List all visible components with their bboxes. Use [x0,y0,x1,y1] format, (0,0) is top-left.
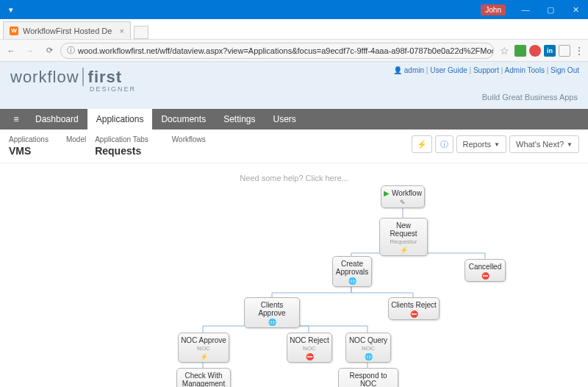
link-user-guide[interactable]: User Guide [430,66,467,74]
window-close-button[interactable]: ✕ [563,0,588,19]
tool-lightning-button[interactable]: ⚡ [412,135,432,153]
extension-box-icon[interactable] [559,45,570,57]
node-check-management[interactable]: Check With Management Management 🌐 [176,368,231,387]
crumb-requests: Requests [95,145,148,157]
link-sign-out[interactable]: Sign Out [551,66,579,74]
extension-green-icon[interactable] [514,45,526,57]
nav-users[interactable]: Users [265,109,305,129]
crumb-applications: Applications [9,135,49,143]
info-icon: ⓘ [67,45,75,56]
crumb-workflows: Workflows [172,135,206,143]
stop-icon: ⛔ [390,310,437,318]
globe-icon: 🌐 [246,319,298,326]
node-noc-approve[interactable]: NOC Approve NOC ⚡ [178,333,229,363]
chevron-down-icon: ▼ [494,141,500,148]
link-support[interactable]: Support [473,66,499,74]
link-admin-tools[interactable]: Admin Tools [505,66,545,74]
browser-tabstrip: W WorkflowFirst Hosted De × [0,19,588,40]
user-icon: 👤 [393,66,402,74]
node-respond-to-noc[interactable]: Respond to NOC Requestor → Clients Appro… [338,368,398,387]
crumb-col-1[interactable]: Applications VMS [9,135,49,157]
stop-icon: ⛔ [467,272,503,280]
node-clients-reject[interactable]: Clients Reject ⛔ [388,297,440,320]
crumb-col-4[interactable]: Workflows [172,135,206,143]
stop-icon: ⛔ [289,353,330,361]
tab-close-icon[interactable]: × [119,26,123,35]
url-field[interactable]: ⓘ wood.workflowfirst.net/wff/dataview.as… [60,43,494,59]
extension-red-icon[interactable] [529,45,541,57]
workflow-icon: ▶ [384,189,390,197]
globe-icon: 🌐 [334,277,370,285]
edit-icon: ✎ [383,199,423,206]
window-minimize-button[interactable]: — [513,0,538,19]
help-hint[interactable]: Need some help? Click here... [0,174,588,182]
browser-address-bar: ← → ⟳ ⓘ wood.workflowfirst.net/wff/datav… [0,40,588,62]
nav-settings[interactable]: Settings [215,109,264,129]
new-tab-button[interactable] [134,26,148,39]
crumb-vms: VMS [9,145,49,157]
logo-word-a: workflow [10,68,79,86]
node-noc-reject[interactable]: NOC Reject NOC ⛔ [287,333,332,363]
bookmark-star-icon[interactable]: ☆ [500,45,512,57]
main-nav: ≡ Dashboard Applications Documents Setti… [0,109,588,129]
logo-word-b: first [82,68,123,86]
lightning-icon: ⚡ [417,140,427,149]
logo-sub: DESIGNER [90,85,578,93]
link-admin[interactable]: admin [404,66,424,74]
app-header: workflowfirst DESIGNER 👤 admin | User Gu… [0,62,588,109]
nav-documents[interactable]: Documents [152,109,215,129]
url-text: wood.workflowfirst.net/wff/dataview.aspx… [78,46,494,55]
nav-back-button[interactable]: ← [3,43,19,59]
browser-tab[interactable]: W WorkflowFirst Hosted De × [3,21,131,39]
node-create-approvals[interactable]: Create Approvals 🌐 [332,256,372,287]
crumb-col-2[interactable]: Model [66,135,86,143]
node-cancelled[interactable]: Cancelled ⛔ [465,259,506,282]
sub-bar: Applications VMS Model Application Tabs … [0,129,588,163]
linkedin-icon[interactable]: in [544,45,556,57]
globe-icon: 🌐 [348,353,389,361]
tab-title: WorkflowFirst Hosted De [23,26,112,35]
favicon-icon: W [10,26,18,35]
crumb-app-tabs: Application Tabs [95,135,148,143]
info-icon: ⓘ [440,139,448,150]
node-noc-query[interactable]: NOC Query NOC 🌐 [345,333,391,363]
extension-tray: ☆ in ⋮ [497,45,585,57]
crumb-col-3[interactable]: Application Tabs Requests [95,135,148,157]
chevron-down-icon: ▼ [567,141,573,148]
nav-dashboard[interactable]: Dashboard [26,109,87,129]
user-chip[interactable]: John [481,4,506,15]
whats-next-dropdown[interactable]: What's Next?▼ [509,135,579,153]
nav-applications[interactable]: Applications [87,109,153,129]
tagline: Build Great Business Apps [482,93,578,102]
window-menu-icon[interactable]: ▾ [0,5,22,15]
hamburger-icon[interactable]: ≡ [6,109,26,129]
lightning-icon: ⚡ [381,246,426,254]
window-maximize-button[interactable]: ▢ [538,0,563,19]
node-new-request[interactable]: New Request Requestor ⚡ [379,218,428,256]
nav-reload-button[interactable]: ⟳ [41,43,57,59]
browser-menu-icon[interactable]: ⋮ [573,45,585,57]
lightning-icon: ⚡ [180,353,227,361]
reports-dropdown[interactable]: Reports▼ [456,135,506,153]
node-clients-approve[interactable]: Clients Approve 🌐 [244,297,300,328]
workflow-canvas[interactable]: ▶ Workflow ✎ New Request Requestor ⚡ Cre… [0,182,588,387]
tool-info-button[interactable]: ⓘ [435,135,453,153]
node-workflow[interactable]: ▶ Workflow ✎ [381,185,425,208]
crumb-model: Model [66,135,86,143]
window-titlebar: ▾ John — ▢ ✕ [0,0,588,19]
header-links: 👤 admin | User Guide | Support | Admin T… [393,66,579,74]
nav-forward-button[interactable]: → [22,43,38,59]
